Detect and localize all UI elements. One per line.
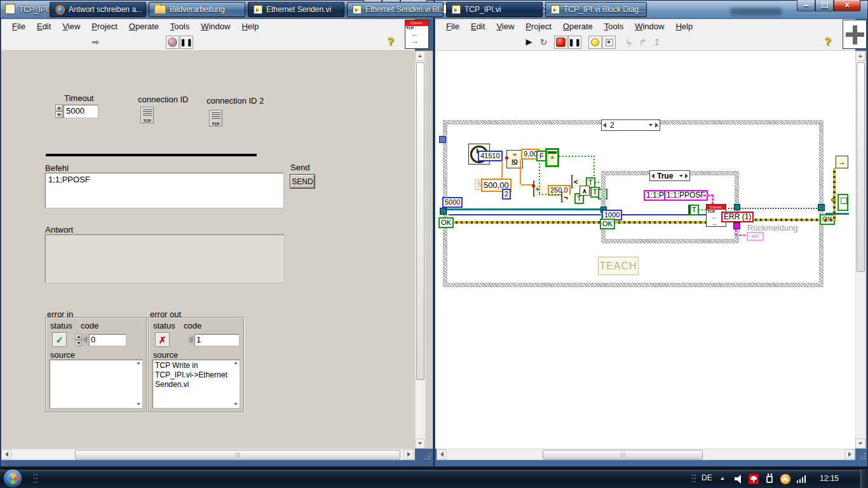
menu-tools[interactable]: Tools [165,19,195,34]
inner-case-selector-value[interactable]: True [654,172,679,180]
menu-file[interactable]: File [440,19,465,34]
resize-grip[interactable] [858,452,866,460]
string-indicator-icon[interactable]: abc [747,232,764,241]
step-out-button[interactable]: ↥ [650,35,663,48]
maximize-button[interactable] [815,0,834,11]
error-out-status-led[interactable]: ✗ [155,332,170,347]
scroll-down-button[interactable] [855,438,865,449]
start-button[interactable] [4,470,22,487]
scroll-down-icon[interactable] [137,403,140,405]
menu-help[interactable]: Help [236,19,264,34]
scroll-down-icon[interactable] [234,403,238,405]
case-selector[interactable]: 2 [601,119,660,131]
error-in-radix[interactable]: d [83,335,88,345]
menu-help[interactable]: Help [670,19,698,34]
scroll-right-button[interactable] [844,449,855,459]
pause-button[interactable]: ❚❚ [568,36,581,49]
menu-window[interactable]: Window [629,19,670,34]
menu-edit[interactable]: Edit [465,19,491,34]
connection-id-refnum[interactable]: TCP [140,107,154,123]
command-string-constant[interactable]: 1;1;P [644,190,667,201]
pause-button[interactable]: ❚❚ [180,36,193,49]
volume-icon[interactable] [735,475,743,483]
menu-view[interactable]: View [57,19,86,34]
befehl-input[interactable]: 1;1;PPOSF [44,172,284,208]
abort-button[interactable] [166,36,179,49]
show-desktop-button[interactable] [860,469,868,488]
scroll-down-button[interactable] [415,438,425,449]
spin-up[interactable] [75,334,82,340]
true-constant[interactable]: T [688,205,699,215]
case-next-icon[interactable] [655,123,658,128]
menu-project[interactable]: Project [520,19,557,34]
shift-register-icon[interactable]: → [836,156,848,168]
scroll-up-icon[interactable] [137,362,140,364]
taskbar-grip[interactable] [33,473,38,484]
network-signal-icon[interactable] [797,475,807,483]
error-in-code-input[interactable]: 0 [88,334,126,346]
retain-wire-values-button[interactable] [602,36,616,49]
menu-edit[interactable]: Edit [31,19,57,34]
menu-operate[interactable]: Operate [557,19,599,34]
antwort-indicator[interactable] [44,234,284,283]
horizontal-scroll-thumb[interactable] [543,450,703,459]
numeric-constant-2[interactable]: 2 [502,189,511,200]
step-into-button[interactable]: ↳ [622,35,635,48]
update-icon[interactable] [780,474,790,484]
case-dropdown-icon[interactable] [679,175,683,177]
case-structure-border-bottom[interactable] [443,283,824,287]
scroll-left-button[interactable] [437,449,447,459]
vertical-scroll-thumb[interactable] [857,62,865,272]
and-node[interactable]: ∧ [580,186,590,196]
case-selector-value[interactable]: 2 [606,121,649,130]
spin-down[interactable] [75,340,82,346]
clock[interactable]: 12:15 [820,474,839,483]
context-help-button[interactable]: ? [388,36,394,48]
resize-grip[interactable] [424,452,431,460]
timeout-input[interactable]: 5000 [63,104,98,118]
timeout-spinner[interactable] [55,104,63,118]
taskbar-button-ethernet-senden[interactable]: Ethernet Senden.vi [248,2,344,17]
send-button[interactable]: SEND [290,174,315,189]
highlight-execution-button[interactable] [588,36,602,49]
error-out-source-input[interactable]: TCP Write in TCP_IPI.vi->Ethernet Senden… [152,359,240,409]
step-over-button[interactable]: ↱ [636,35,649,48]
taskbar-button-firefox[interactable]: Antwort schreiben a... [50,2,146,17]
error-out-radix[interactable]: d [188,335,194,345]
menu-operate[interactable]: Operate [123,19,165,34]
inner-case-border-bottom[interactable] [601,239,739,243]
minimize-button[interactable] [797,0,815,11]
menu-file[interactable]: File [6,19,31,34]
menu-window[interactable]: Window [195,19,236,34]
spin-down[interactable] [55,111,63,118]
scroll-right-button[interactable] [403,449,414,459]
language-indicator[interactable]: DE [702,473,712,482]
error-in-code-spinner[interactable] [75,334,82,346]
taskbar-button-folder[interactable]: Bildverarbeitung [149,2,245,17]
case-dropdown-icon[interactable] [649,124,653,126]
context-help-button[interactable]: ? [825,36,831,48]
show-hidden-icons-button[interactable] [721,477,724,480]
abort-button[interactable] [554,36,567,49]
close-button[interactable]: ✕ [834,0,860,11]
error-in-source-input[interactable] [49,359,143,409]
inner-case-selector[interactable]: True [649,170,690,181]
scroll-up-button[interactable] [415,51,425,61]
taskbar-button-ethernet-senden-bd[interactable]: Ethernet Senden.vi Bl... [347,2,444,17]
avira-icon[interactable] [749,474,759,484]
error-in-status-led[interactable]: ✓ [52,332,67,347]
device-icon[interactable] [765,473,774,484]
teach-free-label[interactable]: TEACH [598,257,639,275]
tray-grip[interactable] [691,474,696,483]
menu-tools[interactable]: Tools [599,19,629,34]
connection-id-2-refnum[interactable]: TCP [209,110,222,126]
taskbar-button-tcp-ipi-bd[interactable]: TCP_IPI.vi Block Diag... [545,2,647,17]
feedback-node[interactable]: ∗ [545,148,559,167]
error-out-code-input[interactable]: 1 [194,334,240,346]
scroll-left-button[interactable] [1,449,11,459]
run-button[interactable]: ▶ [522,35,536,48]
horizontal-scroll-thumb[interactable] [75,450,400,459]
run-continuous-button[interactable]: ↻ [537,35,550,48]
scroll-up-button[interactable] [855,51,865,61]
spin-up[interactable] [55,104,63,111]
